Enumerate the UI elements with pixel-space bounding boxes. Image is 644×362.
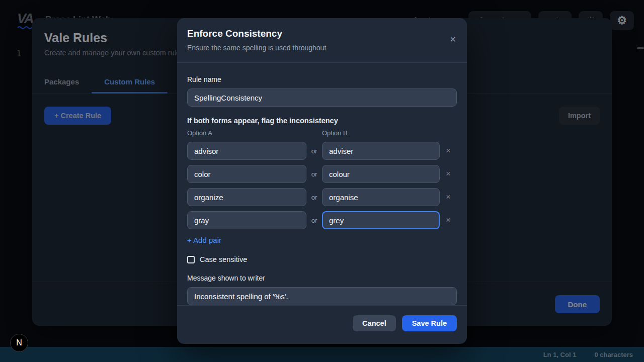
pair-1-option-a-input[interactable] [187, 165, 306, 183]
save-rule-button[interactable]: Save Rule [402, 315, 457, 331]
or-label: or [306, 217, 322, 224]
option-column-labels: Option A Option B [187, 129, 457, 137]
message-input[interactable] [187, 287, 457, 305]
modal-subtitle: Ensure the same spelling is used through… [187, 43, 455, 53]
pair-2-option-a-input[interactable] [187, 188, 306, 206]
option-a-label: Option A [187, 129, 306, 137]
option-b-label: Option B [322, 129, 457, 137]
or-label: or [306, 194, 322, 201]
rule-name-label: Rule name [187, 75, 457, 83]
case-sensitive-checkbox[interactable] [187, 256, 195, 263]
case-sensitive-label: Case sensitive [200, 255, 247, 263]
remove-pair-icon[interactable]: × [440, 146, 457, 156]
pair-2-option-b-input[interactable] [322, 188, 440, 206]
message-label: Message shown to writer [187, 274, 457, 282]
enforce-consistency-modal: Enforce Consistency Ensure the same spel… [177, 18, 467, 344]
rule-name-input[interactable] [187, 88, 457, 107]
pair-row: or × [187, 165, 457, 183]
pair-row: or × [187, 188, 457, 206]
remove-pair-icon[interactable]: × [440, 215, 457, 225]
pair-3-option-b-input[interactable] [322, 211, 440, 229]
modal-header: Enforce Consistency Ensure the same spel… [177, 18, 467, 63]
pair-0-option-b-input[interactable] [322, 142, 440, 160]
close-icon[interactable]: × [450, 34, 456, 44]
pair-row: or × [187, 142, 457, 160]
or-label: or [306, 170, 322, 178]
modal-body: Rule name If both forms appear, flag the… [177, 63, 467, 305]
modal-footer: Cancel Save Rule [177, 305, 467, 344]
nextjs-badge[interactable]: N [10, 334, 28, 352]
or-label: or [306, 147, 322, 155]
remove-pair-icon[interactable]: × [440, 169, 457, 179]
cancel-button[interactable]: Cancel [353, 315, 396, 331]
pair-0-option-a-input[interactable] [187, 142, 306, 160]
pair-1-option-b-input[interactable] [322, 165, 440, 183]
case-sensitive-row: Case sensitive [187, 255, 457, 263]
modal-title: Enforce Consistency [187, 27, 455, 40]
pair-row: or × [187, 211, 457, 229]
add-pair-link[interactable]: + Add pair [187, 236, 221, 244]
pairs-heading: If both forms appear, flag the inconsist… [187, 117, 457, 125]
pair-3-option-a-input[interactable] [187, 211, 306, 229]
remove-pair-icon[interactable]: × [440, 192, 457, 202]
